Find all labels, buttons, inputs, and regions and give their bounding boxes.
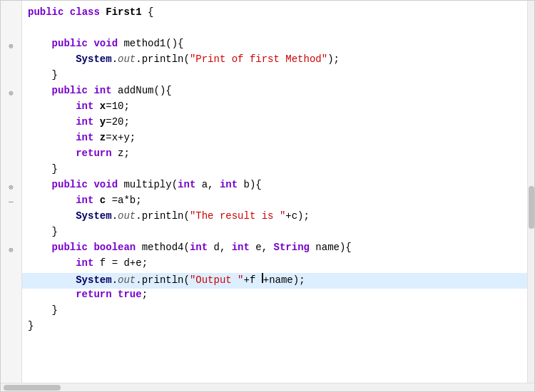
code-line-1: public class First1 { xyxy=(22,6,527,22)
code-content[interactable]: public class First1 { public void method… xyxy=(22,1,527,383)
code-line-8: int y=20; xyxy=(22,116,527,132)
gutter-line-2 xyxy=(1,22,22,38)
scrollbar-thumb[interactable] xyxy=(529,186,534,229)
gutter-collapse-3[interactable]: ⊗ xyxy=(1,38,22,53)
gutter-line-9 xyxy=(1,132,22,148)
code-line-5: } xyxy=(22,69,527,85)
gutter-line-21 xyxy=(1,320,22,336)
gutter-collapse-16[interactable]: ⊗ xyxy=(1,242,22,257)
code-line-21: } xyxy=(22,320,527,336)
code-line-14: System.out.println("The result is "+c); xyxy=(22,210,527,226)
gutter-line-10 xyxy=(1,148,22,163)
gutter: ⊗ ⊗ ⊗ − ⊗ xyxy=(1,1,22,383)
code-line-13: int c =a*b; xyxy=(22,195,527,210)
code-line-15: } xyxy=(22,226,527,242)
editor-container: ⊗ ⊗ ⊗ − ⊗ xyxy=(0,0,535,392)
code-line-18: System.out.println("Output "+f +name); xyxy=(22,273,527,289)
code-area: ⊗ ⊗ ⊗ − ⊗ xyxy=(1,1,534,383)
code-line-12: public void multiply(int a, int b){ xyxy=(22,179,527,195)
gutter-line-4 xyxy=(1,53,22,69)
code-line-16: public boolean method4(int d, int e, Str… xyxy=(22,242,527,257)
vertical-scrollbar[interactable] xyxy=(527,1,534,383)
gutter-line-1 xyxy=(1,6,22,22)
gutter-line-7 xyxy=(1,100,22,116)
gutter-line-15 xyxy=(1,226,22,242)
gutter-dash-13[interactable]: − xyxy=(1,195,22,210)
horizontal-scrollbar[interactable] xyxy=(1,383,534,391)
gutter-line-11 xyxy=(1,163,22,179)
code-line-4: System.out.println("Print of first Metho… xyxy=(22,53,527,69)
gutter-line-20 xyxy=(1,304,22,320)
code-line-19: return true; xyxy=(22,289,527,304)
gutter-collapse-6[interactable]: ⊗ xyxy=(1,85,22,100)
gutter-collapse-12[interactable]: ⊗ xyxy=(1,179,22,195)
gutter-line-5 xyxy=(1,69,22,85)
code-line-20: } xyxy=(22,304,527,320)
code-line-10: return z; xyxy=(22,148,527,163)
code-line-3: public void method1(){ xyxy=(22,38,527,53)
gutter-line-18 xyxy=(1,273,22,289)
horizontal-scrollbar-thumb[interactable] xyxy=(4,385,61,391)
gutter-line-19 xyxy=(1,289,22,304)
code-line-2 xyxy=(22,22,527,38)
gutter-line-8 xyxy=(1,116,22,132)
code-line-11: } xyxy=(22,163,527,179)
gutter-line-17 xyxy=(1,257,22,273)
code-line-9: int z=x+y; xyxy=(22,132,527,148)
code-line-6: public int addNum(){ xyxy=(22,85,527,100)
gutter-line-14 xyxy=(1,210,22,226)
code-line-7: int x=10; xyxy=(22,100,527,116)
code-line-17: int f = d+e; xyxy=(22,257,527,273)
